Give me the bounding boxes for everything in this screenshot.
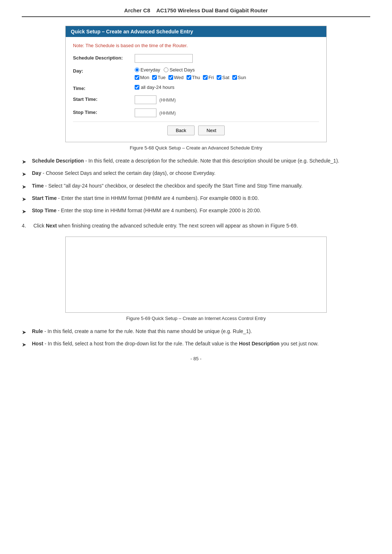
schedule-box-body: Note: The Schedule is based on the time … — [66, 37, 326, 142]
model-name: Archer C8 — [124, 7, 150, 13]
day-control: Everyday Select Days Mon Tue — [135, 67, 319, 80]
bullet-list-1: ➤ Schedule Description - In this field, … — [22, 157, 370, 216]
sat-label: Sat — [222, 75, 229, 80]
sun-label: Sun — [238, 75, 246, 80]
stoptime-text: - Enter the stop time in HHMM format (HH… — [58, 208, 261, 213]
bullet-arrow-3: ➤ — [22, 182, 32, 191]
thu-label: Thu — [192, 75, 200, 80]
rule-text: - In this field, create a name for the r… — [44, 328, 252, 334]
bullet-arrow-4: ➤ — [22, 194, 32, 203]
button-row: Back Next — [73, 122, 319, 137]
next-button[interactable]: Next — [198, 126, 225, 135]
start-time-hint: (HHMM) — [159, 98, 176, 103]
wed-checkbox-label[interactable]: Wed — [168, 75, 184, 80]
bullet-item-host: ➤ Host - In this field, select a host fr… — [22, 340, 370, 349]
schedule-box-title: Quick Setup – Create an Advanced Schedul… — [66, 26, 326, 37]
sun-checkbox-label[interactable]: Sun — [232, 75, 246, 80]
start-time-label: Start Time: — [73, 95, 135, 102]
sat-checkbox[interactable] — [217, 75, 221, 80]
sat-checkbox-label[interactable]: Sat — [217, 75, 229, 80]
bullet-arrow-7: ➤ — [22, 340, 32, 349]
bullet-arrow-2: ➤ — [22, 169, 32, 178]
bullet-item-description: ➤ Schedule Description - In this field, … — [22, 157, 370, 166]
page-header: Archer C8 AC1750 Wireless Dual Band Giga… — [22, 7, 370, 17]
time-row: Time: all day-24 hours — [73, 85, 319, 91]
day-text: - Choose Select Days and select the cert… — [43, 170, 216, 176]
select-days-radio[interactable] — [164, 67, 168, 72]
day-row: Day: Everyday Select Days Mon — [73, 67, 319, 80]
term-day: Day — [32, 170, 41, 176]
tue-label: Tue — [158, 75, 166, 80]
stop-time-hint: (HHMM) — [159, 111, 176, 116]
bullet-text-4: Start Time - Enter the start time in HHM… — [32, 194, 259, 202]
start-time-control: (HHMM) — [135, 95, 319, 104]
stop-time-label: Stop Time: — [73, 108, 135, 115]
bullet-list-2: ➤ Rule - In this field, create a name fo… — [22, 328, 370, 349]
select-days-label: Select Days — [170, 67, 195, 73]
numbered-item-4: 4. Click Next when finishing creating th… — [22, 222, 370, 230]
wed-label: Wed — [174, 75, 184, 80]
description-row: Schedule Description: — [73, 54, 319, 63]
description-label: Schedule Description: — [73, 54, 135, 61]
bullet-item-time: ➤ Time - Select "all day-24 hours" check… — [22, 182, 370, 191]
wed-checkbox[interactable] — [168, 75, 173, 80]
bullet-arrow-1: ➤ — [22, 157, 32, 166]
term-time: Time — [32, 183, 44, 189]
everyday-label: Everyday — [140, 67, 160, 73]
bullet-item-rule: ➤ Rule - In this field, create a name fo… — [22, 328, 370, 336]
bullet-item-day: ➤ Day - Choose Select Days and select th… — [22, 169, 370, 178]
description-input[interactable] — [135, 54, 193, 63]
next-bold: Next — [46, 223, 57, 229]
host-text-end: you set just now. — [279, 341, 318, 346]
figure-69-box — [65, 237, 327, 313]
product-name: AC1750 Wireless Dual Band Gigabit Router — [156, 7, 268, 13]
mon-checkbox-label[interactable]: Mon — [135, 75, 149, 80]
desc-text: - In this field, create a description fo… — [85, 158, 339, 164]
bullet-text-1: Schedule Description - In this field, cr… — [32, 157, 339, 165]
time-label: Time: — [73, 85, 135, 91]
schedule-note: Note: The Schedule is based on the time … — [73, 43, 319, 48]
select-days-radio-label[interactable]: Select Days — [164, 67, 195, 73]
mon-checkbox[interactable] — [135, 75, 139, 80]
thu-checkbox-label[interactable]: Thu — [187, 75, 200, 80]
bullet-arrow-6: ➤ — [22, 328, 32, 336]
bullet-text-7: Host - In this field, select a host from… — [32, 340, 319, 348]
figure-69-caption: Figure 5-69 Quick Setup – Create an Inte… — [65, 316, 327, 321]
stop-time-row: Stop Time: (HHMM) — [73, 108, 319, 117]
bullet-text-6: Rule - In this field, create a name for … — [32, 328, 252, 336]
figure-68-caption: Figure 5-68 Quick Setup – Create an Adva… — [65, 145, 327, 151]
bullet-text-5: Stop Time - Enter the stop time in HHMM … — [32, 207, 261, 215]
time-text: - Select "all day-24 hours" checkbox, or… — [45, 183, 302, 189]
time-control: all day-24 hours — [135, 85, 319, 90]
tue-checkbox-label[interactable]: Tue — [152, 75, 166, 80]
fri-checkbox-label[interactable]: Fri — [203, 75, 214, 80]
day-radio-group: Everyday Select Days — [135, 67, 319, 73]
fri-checkbox[interactable] — [203, 75, 208, 80]
tue-checkbox[interactable] — [152, 75, 157, 80]
starttime-text: - Enter the start time in HHMM format (H… — [58, 195, 259, 201]
bullet-item-stoptime: ➤ Stop Time - Enter the stop time in HHM… — [22, 207, 370, 216]
thu-checkbox[interactable] — [187, 75, 191, 80]
description-control — [135, 54, 319, 63]
start-time-input[interactable] — [135, 95, 156, 104]
allday-checkbox[interactable] — [135, 85, 139, 90]
mon-label: Mon — [140, 75, 149, 80]
bullet-text-2: Day - Choose Select Days and select the … — [32, 169, 216, 177]
host-description-bold: Host Description — [239, 341, 279, 346]
back-button[interactable]: Back — [167, 126, 195, 135]
item-text-4: Click Next when finishing creating the a… — [33, 222, 298, 230]
fri-label: Fri — [208, 75, 214, 80]
bullet-item-starttime: ➤ Start Time - Enter the start time in H… — [22, 194, 370, 203]
bullet-arrow-5: ➤ — [22, 207, 32, 216]
term-rule: Rule — [32, 328, 43, 334]
stop-time-input[interactable] — [135, 108, 156, 117]
num-text-post: when finishing creating the advanced sch… — [57, 223, 298, 229]
sun-checkbox[interactable] — [232, 75, 237, 80]
allday-label: all day-24 hours — [141, 85, 175, 90]
allday-checkbox-label[interactable]: all day-24 hours — [135, 85, 319, 90]
everyday-radio-label[interactable]: Everyday — [135, 67, 160, 73]
days-checkboxes-row: Mon Tue Wed Thu — [135, 75, 319, 80]
everyday-radio[interactable] — [135, 67, 139, 72]
item-number-4: 4. — [22, 222, 33, 230]
bullet-text-3: Time - Select "all day-24 hours" checkbo… — [32, 182, 303, 190]
